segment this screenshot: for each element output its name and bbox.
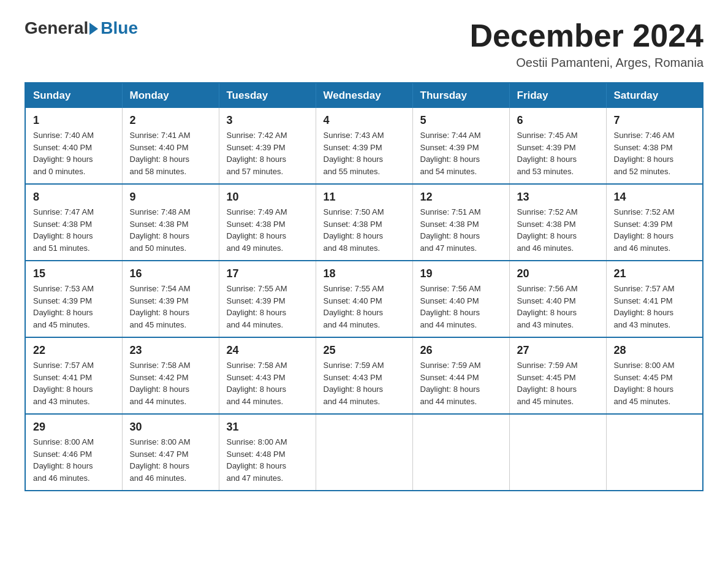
- calendar-cell: 19 Sunrise: 7:56 AMSunset: 4:40 PMDaylig…: [412, 261, 509, 337]
- calendar-cell: 4 Sunrise: 7:43 AMSunset: 4:39 PMDayligh…: [316, 108, 412, 184]
- week-row-2: 8 Sunrise: 7:47 AMSunset: 4:38 PMDayligh…: [25, 184, 703, 261]
- day-info: Sunrise: 7:55 AMSunset: 4:40 PMDaylight:…: [324, 283, 405, 331]
- calendar-cell: 8 Sunrise: 7:47 AMSunset: 4:38 PMDayligh…: [25, 184, 122, 261]
- day-info: Sunrise: 7:41 AMSunset: 4:40 PMDaylight:…: [130, 129, 211, 177]
- day-info: Sunrise: 7:42 AMSunset: 4:39 PMDaylight:…: [227, 129, 308, 177]
- day-number: 21: [614, 267, 696, 280]
- calendar-cell: 29 Sunrise: 8:00 AMSunset: 4:46 PMDaylig…: [25, 414, 122, 491]
- logo-general-text: General: [25, 18, 88, 38]
- day-info: Sunrise: 7:47 AMSunset: 4:38 PMDaylight:…: [33, 206, 115, 254]
- day-info: Sunrise: 7:56 AMSunset: 4:40 PMDaylight:…: [420, 283, 502, 331]
- day-info: Sunrise: 7:53 AMSunset: 4:39 PMDaylight:…: [33, 283, 115, 331]
- day-number: 12: [420, 191, 502, 204]
- calendar-cell: 5 Sunrise: 7:44 AMSunset: 4:39 PMDayligh…: [412, 108, 509, 184]
- day-number: 6: [517, 114, 599, 127]
- header-thursday: Thursday: [412, 83, 509, 108]
- calendar-cell: 26 Sunrise: 7:59 AMSunset: 4:44 PMDaylig…: [412, 337, 509, 414]
- calendar-cell: 27 Sunrise: 7:59 AMSunset: 4:45 PMDaylig…: [509, 337, 606, 414]
- logo: General Blue: [25, 18, 138, 38]
- day-info: Sunrise: 7:52 AMSunset: 4:38 PMDaylight:…: [517, 206, 599, 254]
- day-info: Sunrise: 7:59 AMSunset: 4:43 PMDaylight:…: [324, 359, 405, 407]
- header-sunday: Sunday: [25, 83, 122, 108]
- header-friday: Friday: [509, 83, 606, 108]
- calendar-cell: 15 Sunrise: 7:53 AMSunset: 4:39 PMDaylig…: [25, 261, 122, 337]
- calendar-cell: 17 Sunrise: 7:55 AMSunset: 4:39 PMDaylig…: [219, 261, 316, 337]
- title-section: December 2024 Oestii Pamanteni, Arges, R…: [469, 18, 703, 70]
- day-info: Sunrise: 7:57 AMSunset: 4:41 PMDaylight:…: [33, 359, 115, 407]
- calendar-cell: [412, 414, 509, 491]
- day-number: 28: [614, 344, 696, 357]
- day-number: 1: [33, 114, 115, 127]
- day-info: Sunrise: 7:58 AMSunset: 4:42 PMDaylight:…: [130, 359, 211, 407]
- day-info: Sunrise: 7:51 AMSunset: 4:38 PMDaylight:…: [420, 206, 502, 254]
- calendar-cell: 18 Sunrise: 7:55 AMSunset: 4:40 PMDaylig…: [316, 261, 412, 337]
- day-number: 26: [420, 344, 502, 357]
- day-number: 16: [130, 267, 211, 280]
- location-text: Oestii Pamanteni, Arges, Romania: [469, 56, 703, 70]
- day-number: 23: [130, 344, 211, 357]
- day-number: 19: [420, 267, 502, 280]
- day-info: Sunrise: 7:54 AMSunset: 4:39 PMDaylight:…: [130, 283, 211, 331]
- calendar-cell: 13 Sunrise: 7:52 AMSunset: 4:38 PMDaylig…: [509, 184, 606, 261]
- header-monday: Monday: [122, 83, 219, 108]
- calendar-header-row: SundayMondayTuesdayWednesdayThursdayFrid…: [25, 83, 703, 108]
- day-info: Sunrise: 8:00 AMSunset: 4:45 PMDaylight:…: [614, 359, 696, 407]
- logo-arrow-icon: [89, 23, 98, 35]
- week-row-5: 29 Sunrise: 8:00 AMSunset: 4:46 PMDaylig…: [25, 414, 703, 491]
- logo-blue-text: Blue: [100, 18, 138, 38]
- day-number: 15: [33, 267, 115, 280]
- day-info: Sunrise: 8:00 AMSunset: 4:48 PMDaylight:…: [227, 436, 308, 484]
- calendar-cell: 7 Sunrise: 7:46 AMSunset: 4:38 PMDayligh…: [606, 108, 703, 184]
- day-number: 8: [33, 191, 115, 204]
- day-number: 17: [227, 267, 308, 280]
- day-number: 4: [324, 114, 405, 127]
- calendar-cell: 23 Sunrise: 7:58 AMSunset: 4:42 PMDaylig…: [122, 337, 219, 414]
- calendar-cell: [606, 414, 703, 491]
- calendar-cell: [316, 414, 412, 491]
- calendar-table: SundayMondayTuesdayWednesdayThursdayFrid…: [25, 82, 703, 491]
- calendar-cell: 16 Sunrise: 7:54 AMSunset: 4:39 PMDaylig…: [122, 261, 219, 337]
- day-info: Sunrise: 7:56 AMSunset: 4:40 PMDaylight:…: [517, 283, 599, 331]
- day-info: Sunrise: 8:00 AMSunset: 4:47 PMDaylight:…: [130, 436, 211, 484]
- day-number: 18: [324, 267, 405, 280]
- day-number: 30: [130, 421, 211, 434]
- day-info: Sunrise: 7:57 AMSunset: 4:41 PMDaylight:…: [614, 283, 696, 331]
- day-info: Sunrise: 7:46 AMSunset: 4:38 PMDaylight:…: [614, 129, 696, 177]
- calendar-cell: 20 Sunrise: 7:56 AMSunset: 4:40 PMDaylig…: [509, 261, 606, 337]
- calendar-cell: 11 Sunrise: 7:50 AMSunset: 4:38 PMDaylig…: [316, 184, 412, 261]
- header-tuesday: Tuesday: [219, 83, 316, 108]
- calendar-cell: [509, 414, 606, 491]
- day-info: Sunrise: 7:52 AMSunset: 4:39 PMDaylight:…: [614, 206, 696, 254]
- day-number: 22: [33, 344, 115, 357]
- calendar-cell: 10 Sunrise: 7:49 AMSunset: 4:38 PMDaylig…: [219, 184, 316, 261]
- day-info: Sunrise: 7:48 AMSunset: 4:38 PMDaylight:…: [130, 206, 211, 254]
- calendar-cell: 2 Sunrise: 7:41 AMSunset: 4:40 PMDayligh…: [122, 108, 219, 184]
- calendar-cell: 25 Sunrise: 7:59 AMSunset: 4:43 PMDaylig…: [316, 337, 412, 414]
- day-number: 9: [130, 191, 211, 204]
- calendar-cell: 31 Sunrise: 8:00 AMSunset: 4:48 PMDaylig…: [219, 414, 316, 491]
- calendar-cell: 22 Sunrise: 7:57 AMSunset: 4:41 PMDaylig…: [25, 337, 122, 414]
- calendar-cell: 3 Sunrise: 7:42 AMSunset: 4:39 PMDayligh…: [219, 108, 316, 184]
- calendar-cell: 12 Sunrise: 7:51 AMSunset: 4:38 PMDaylig…: [412, 184, 509, 261]
- day-number: 2: [130, 114, 211, 127]
- page-header: General Blue December 2024 Oestii Pamant…: [25, 18, 703, 70]
- day-info: Sunrise: 7:59 AMSunset: 4:44 PMDaylight:…: [420, 359, 502, 407]
- calendar-cell: 14 Sunrise: 7:52 AMSunset: 4:39 PMDaylig…: [606, 184, 703, 261]
- day-number: 13: [517, 191, 599, 204]
- header-saturday: Saturday: [606, 83, 703, 108]
- day-number: 29: [33, 421, 115, 434]
- calendar-cell: 21 Sunrise: 7:57 AMSunset: 4:41 PMDaylig…: [606, 261, 703, 337]
- month-title: December 2024: [469, 18, 703, 53]
- calendar-cell: 6 Sunrise: 7:45 AMSunset: 4:39 PMDayligh…: [509, 108, 606, 184]
- day-info: Sunrise: 7:59 AMSunset: 4:45 PMDaylight:…: [517, 359, 599, 407]
- day-number: 11: [324, 191, 405, 204]
- day-number: 5: [420, 114, 502, 127]
- day-info: Sunrise: 7:49 AMSunset: 4:38 PMDaylight:…: [227, 206, 308, 254]
- week-row-3: 15 Sunrise: 7:53 AMSunset: 4:39 PMDaylig…: [25, 261, 703, 337]
- day-number: 14: [614, 191, 696, 204]
- calendar-cell: 28 Sunrise: 8:00 AMSunset: 4:45 PMDaylig…: [606, 337, 703, 414]
- day-info: Sunrise: 7:45 AMSunset: 4:39 PMDaylight:…: [517, 129, 599, 177]
- week-row-4: 22 Sunrise: 7:57 AMSunset: 4:41 PMDaylig…: [25, 337, 703, 414]
- day-info: Sunrise: 7:58 AMSunset: 4:43 PMDaylight:…: [227, 359, 308, 407]
- day-number: 7: [614, 114, 696, 127]
